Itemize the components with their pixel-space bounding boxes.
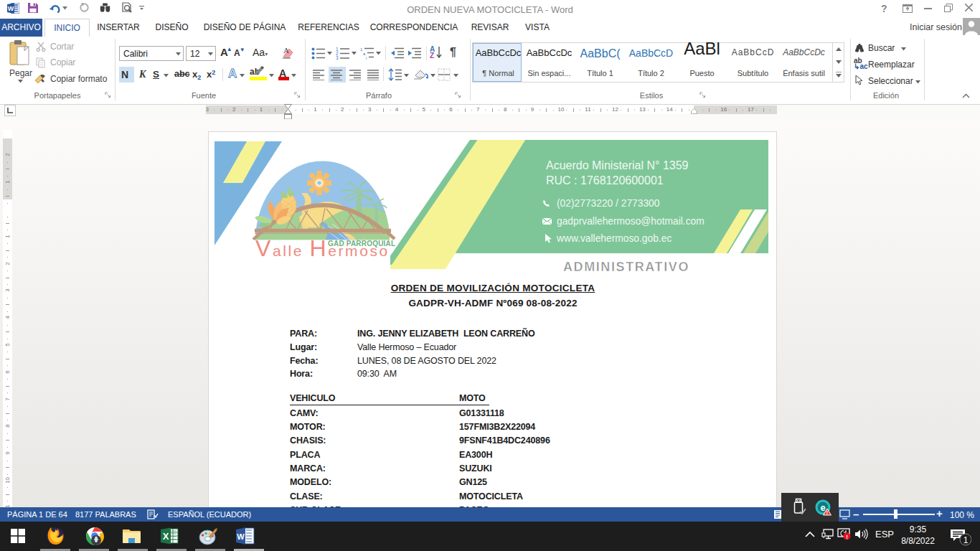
svg-text:e: e bbox=[820, 502, 825, 513]
svg-text:A: A bbox=[283, 47, 289, 55]
svg-text:!: ! bbox=[826, 510, 828, 515]
svg-text:RUC : 1768120600001: RUC : 1768120600001 bbox=[546, 174, 664, 187]
svg-text:GAD PARROQUIAL: GAD PARROQUIAL bbox=[328, 240, 395, 248]
svg-text:3: 3 bbox=[336, 55, 339, 60]
svg-text:i: i bbox=[366, 56, 367, 60]
svg-text:Acuerdo Ministerial N° 1359: Acuerdo Ministerial N° 1359 bbox=[546, 159, 689, 171]
svg-text:!: ! bbox=[846, 534, 848, 540]
svg-text:1: 1 bbox=[963, 535, 969, 545]
svg-text:gadprvallehermoso@hotmail.com: gadprvallehermoso@hotmail.com bbox=[557, 216, 705, 227]
svg-text:(02)2773220 / 2773300: (02)2773220 / 2773300 bbox=[557, 198, 660, 209]
svg-text:X: X bbox=[163, 531, 169, 542]
svg-text:W: W bbox=[237, 532, 245, 541]
svg-text:www.vallehermoso.gob.ec: www.vallehermoso.gob.ec bbox=[556, 233, 672, 244]
